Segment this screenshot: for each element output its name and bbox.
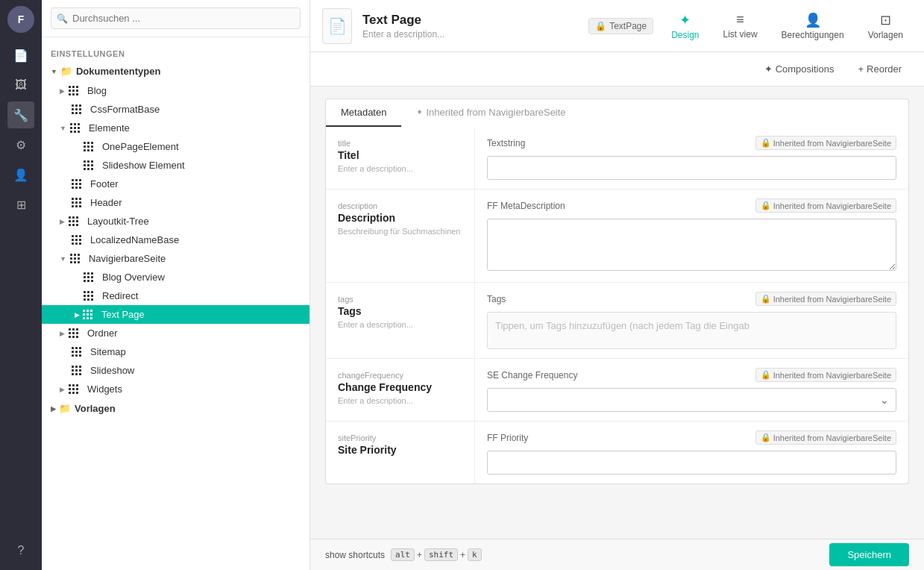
grid-type-icon — [84, 272, 98, 283]
chevron-right-icon — [60, 217, 65, 225]
field-type-changefrequency: SE Change Frequency — [487, 370, 577, 380]
list-icon: ≡ — [736, 12, 744, 28]
header-label: Header — [90, 197, 122, 208]
chevron-right-icon: ▶ — [75, 311, 80, 319]
field-left-description: description Description Beschreibung für… — [326, 190, 475, 282]
nav-listview[interactable]: ≡ List view — [714, 7, 767, 44]
chevron-right-icon — [60, 385, 65, 393]
reorder-button[interactable]: + Reorder — [850, 60, 909, 78]
sidebar-item-elemente[interactable]: Elemente — [42, 119, 309, 137]
titel-input[interactable] — [487, 156, 896, 180]
field-right-tags: Tags 🔒 Inherited from NavigierbareSeite … — [475, 283, 908, 358]
nav-design[interactable]: ✦ Design — [662, 7, 708, 45]
icon-bar: F 📄 🖼 🔧 ⚙ 👤 ⊞ ? — [0, 0, 42, 570]
badge-text: TextPage — [609, 21, 647, 31]
field-titel: title Titel Enter a description... Texts… — [326, 127, 908, 190]
elemente-label: Elemente — [89, 122, 130, 134]
grid-type-icon — [70, 254, 85, 264]
inherited-badge-tags: 🔒 Inherited from NavigierbareSeite — [755, 292, 896, 306]
sidebar-item-widgets[interactable]: Widgets — [42, 380, 309, 398]
field-left-sitepriority: sitePriority Site Priority — [326, 422, 475, 483]
save-button[interactable]: Speichern — [829, 543, 909, 566]
nav-grid-icon[interactable]: ⊞ — [7, 191, 34, 218]
sidebar-section-vorlagen[interactable]: 📁 Vorlagen — [42, 398, 309, 419]
inherited-badge-sitepriority: 🔒 Inherited from NavigierbareSeite — [755, 430, 896, 445]
toolbar: ✦ Compositions + Reorder — [310, 52, 924, 87]
sidebar-section-label: Einstellungen — [42, 43, 309, 61]
description-textarea[interactable] — [487, 219, 896, 271]
sidebar-item-slideshow[interactable]: Slideshow — [42, 361, 309, 380]
compositions-button[interactable]: ✦ Compositions — [757, 60, 842, 78]
chevron-down-icon — [60, 124, 66, 132]
nav-settings-icon[interactable]: ⚙ — [7, 131, 34, 158]
inherited-text-changefrequency: Inherited from NavigierbareSeite — [773, 371, 891, 380]
field-alias-description: description — [338, 201, 462, 210]
grid-type-icon — [72, 347, 87, 357]
sidebar-item-cssformatbase[interactable]: CssFormatBase — [42, 100, 309, 119]
chevron-down-icon — [51, 67, 57, 75]
inherited-badge-changefrequency: 🔒 Inherited from NavigierbareSeite — [755, 368, 896, 382]
templates-icon: ⊡ — [880, 12, 891, 28]
grid-type-icon — [72, 235, 87, 245]
field-description: description Description Beschreibung für… — [326, 190, 908, 283]
field-type-tags: Tags — [487, 294, 506, 304]
sidebar-item-textpage[interactable]: ▶ Text Page — [42, 305, 309, 324]
sidebar-item-blogoverview[interactable]: Blog Overview — [42, 268, 309, 286]
tags-input[interactable]: Tippen, um Tags hinzuzufügen (nach jedem… — [487, 312, 896, 349]
cssformatbase-label: CssFormatBase — [90, 104, 160, 115]
sidebar-item-layoutkittree[interactable]: Layoutkit-Tree — [42, 212, 309, 231]
nav-file-icon[interactable]: 📄 — [7, 42, 34, 69]
compositions-label: Compositions — [776, 63, 835, 75]
nav-permissions[interactable]: 👤 Berechtigungen — [773, 7, 853, 45]
folder-closed-icon: 📁 — [59, 403, 71, 414]
sidebar-item-blog[interactable]: Blog — [42, 81, 309, 100]
sidebar-item-slideshowelement[interactable]: Slideshow Element — [42, 156, 309, 175]
nav-design-label: Design — [671, 30, 699, 40]
grid-type-icon — [84, 142, 98, 152]
sidebar-item-ordner[interactable]: Ordner — [42, 324, 309, 342]
grid-type-icon — [84, 291, 98, 301]
changefrequency-select[interactable]: always hourly daily weekly monthly yearl… — [487, 388, 896, 412]
inherited-text-description: Inherited from NavigierbareSeite — [773, 201, 891, 210]
sidebar-item-sitemap[interactable]: Sitemap — [42, 342, 309, 361]
sidebar-item-navigierbareseite[interactable]: NavigierbareSeite — [42, 249, 309, 268]
tab-metadaten[interactable]: Metadaten — [326, 99, 401, 127]
field-alias-tags: tags — [338, 295, 462, 304]
form-panel: title Titel Enter a description... Texts… — [325, 127, 909, 484]
nav-image-icon[interactable]: 🖼 — [7, 72, 34, 98]
search-input[interactable] — [51, 7, 301, 29]
page-description[interactable]: Enter a description... — [362, 29, 588, 40]
blogoverview-label: Blog Overview — [102, 272, 165, 283]
field-desc-tags: Enter a description... — [338, 320, 462, 329]
nav-user-icon[interactable]: 👤 — [7, 161, 34, 188]
ordner-label: Ordner — [87, 328, 117, 339]
inherited-text-titel: Inherited from NavigierbareSeite — [773, 139, 891, 148]
sidebar-item-onepageelement[interactable]: OnePageElement — [42, 137, 309, 156]
grid-type-icon — [72, 366, 87, 376]
field-type-description: FF MetaDescription — [487, 201, 565, 211]
tab-inherited[interactable]: ✦ Inherited from NavigierbareSeite — [401, 99, 580, 127]
main-area: 📄 Text Page Enter a description... 🔒 Tex… — [310, 0, 924, 570]
dokumententypen-label: Dokumententypen — [76, 66, 160, 77]
nav-tools-icon[interactable]: 🔧 — [7, 101, 34, 128]
shortcut-key-alt: alt — [391, 548, 415, 561]
lock-small-icon: 🔒 — [761, 370, 771, 380]
shortcut-plus-2: + — [460, 550, 465, 560]
nav-vorlagen[interactable]: ⊡ Vorlagen — [859, 7, 912, 45]
reorder-icon: + — [858, 63, 864, 75]
sidebar-section-dokumententypen[interactable]: 📁 Dokumententypen — [42, 61, 309, 81]
user-avatar[interactable]: F — [7, 6, 34, 33]
field-left-tags: tags Tags Enter a description... — [326, 283, 475, 358]
sidebar-item-redirect[interactable]: Redirect — [42, 286, 309, 305]
grid-type-icon — [84, 160, 98, 171]
nav-vorlagen-label: Vorlagen — [868, 30, 903, 40]
sidebar-item-header[interactable]: Header — [42, 193, 309, 212]
sidebar-item-localizednamebase[interactable]: LocalizedNameBase — [42, 231, 309, 249]
inherited-tab-icon: ✦ — [416, 107, 423, 117]
top-header: 📄 Text Page Enter a description... 🔒 Tex… — [310, 0, 924, 52]
grid-type-icon — [72, 104, 87, 115]
sidebar-item-footer[interactable]: Footer — [42, 175, 309, 193]
sitepriority-input[interactable] — [487, 451, 896, 475]
nav-help-icon[interactable]: ? — [7, 537, 34, 564]
grid-type-icon — [72, 179, 87, 190]
